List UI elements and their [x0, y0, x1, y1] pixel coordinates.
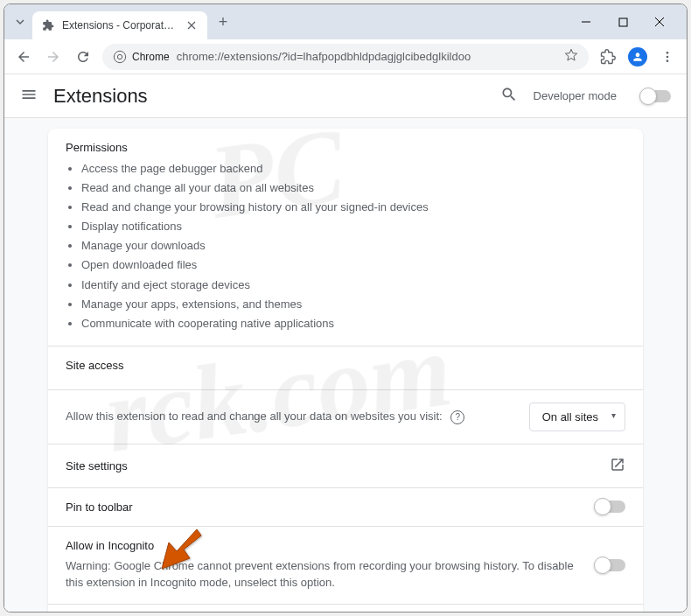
tab-search-button[interactable] — [11, 17, 29, 27]
close-window-button[interactable] — [646, 9, 673, 35]
reload-button[interactable] — [73, 46, 94, 67]
forward-button[interactable] — [43, 46, 64, 67]
hamburger-menu[interactable] — [20, 86, 38, 107]
bookmark-button[interactable] — [564, 48, 578, 66]
svg-point-6 — [667, 60, 669, 62]
svg-rect-1 — [619, 18, 627, 26]
site-access-label: Allow this extension to read and change … — [66, 410, 443, 423]
dev-mode-label: Developer mode — [534, 89, 617, 102]
permission-item: Manage your downloads — [81, 236, 625, 256]
page-title: Extensions — [53, 85, 485, 108]
pin-toggle[interactable] — [596, 500, 625, 513]
permission-item: Identify and eject storage devices — [81, 276, 625, 295]
menu-button[interactable] — [657, 50, 678, 64]
extensions-button[interactable] — [597, 49, 618, 65]
close-tab-button[interactable] — [185, 21, 199, 30]
extension-icon — [41, 18, 55, 32]
permission-item: Manage your apps, extensions, and themes — [81, 295, 625, 314]
help-icon[interactable]: ? — [450, 410, 464, 424]
back-button[interactable] — [13, 46, 34, 67]
permission-item: Display notifications — [81, 217, 625, 236]
search-button[interactable] — [500, 86, 518, 107]
maximize-button[interactable] — [610, 9, 636, 35]
incognito-toggle[interactable] — [596, 559, 625, 571]
permissions-list: Access the page debugger backendRead and… — [66, 159, 625, 333]
site-settings-link[interactable] — [610, 457, 625, 475]
omnibox-url: chrome://extensions/?id=lhafpopdbhldpdag… — [177, 50, 557, 63]
permission-item: Open downloaded files — [81, 256, 625, 275]
minimize-button[interactable] — [573, 9, 599, 35]
permission-item: Access the page debugger backend — [81, 159, 625, 178]
profile-button[interactable] — [627, 47, 648, 66]
svg-point-2 — [114, 51, 125, 62]
svg-point-5 — [667, 55, 669, 58]
address-bar[interactable]: Chrome chrome://extensions/?id=lhafpopdb… — [102, 44, 589, 70]
incognito-title: Allow in Incognito — [66, 539, 585, 552]
annotation-arrow — [153, 525, 206, 581]
svg-marker-7 — [162, 529, 201, 569]
permission-item: Read and change your browsing history on… — [81, 198, 625, 217]
tab-title: Extensions - Corporate Monitor — [62, 19, 178, 32]
chrome-icon: Chrome — [113, 50, 170, 64]
browser-tab[interactable]: Extensions - Corporate Monitor — [32, 11, 207, 39]
incognito-warning: Warning: Google Chrome cannot prevent ex… — [66, 557, 585, 592]
permission-item: Read and change all your data on all web… — [81, 178, 625, 198]
pin-label: Pin to toolbar — [66, 500, 133, 514]
dev-mode-toggle[interactable] — [641, 90, 671, 102]
site-settings-label: Site settings — [66, 459, 128, 472]
new-tab-button[interactable]: + — [211, 10, 235, 34]
site-access-title: Site access — [66, 359, 625, 372]
permissions-title: Permissions — [66, 141, 625, 154]
svg-point-4 — [667, 52, 669, 54]
site-access-select[interactable]: On all sites — [529, 402, 625, 431]
omnibox-prefix: Chrome — [132, 51, 170, 63]
permission-item: Communicate with cooperating native appl… — [81, 314, 625, 333]
svg-point-3 — [117, 54, 122, 59]
site-access-selected: On all sites — [542, 410, 598, 424]
